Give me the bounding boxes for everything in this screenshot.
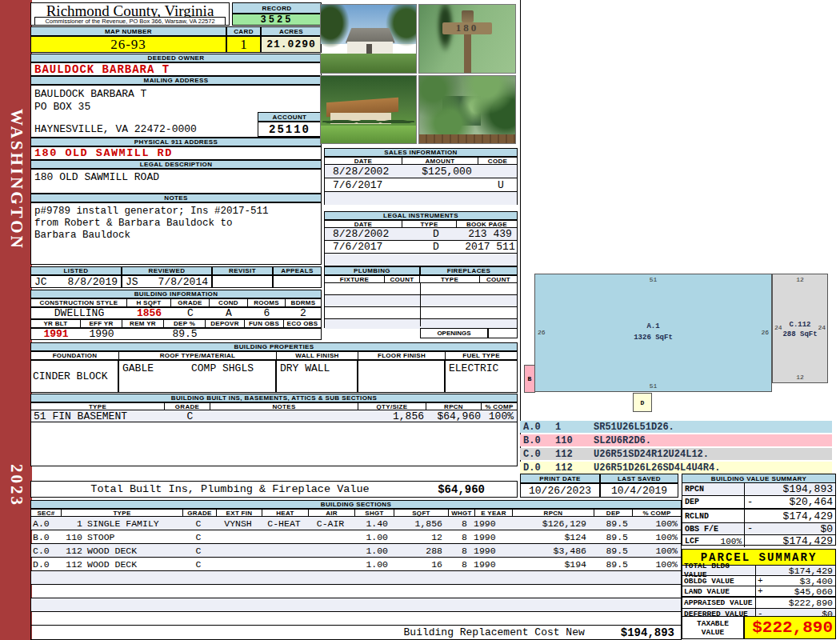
replacement-cost-label: Building Replacement Cost New: [404, 626, 585, 638]
sketch-small-deck-section: D: [633, 393, 652, 412]
sketch-dim-main-top: 51: [535, 276, 771, 283]
county-title-box: Richmond County, Virginia Commissioner o…: [30, 2, 230, 26]
bs-comp: 100%: [631, 559, 681, 570]
building-sections-table: A.0 1 SINGLE FAMILY C VYNSH C-HEAT C-AIR…: [30, 517, 682, 640]
bvs-value: $194,893: [758, 483, 835, 495]
reviewed-by: JS: [126, 276, 138, 288]
building-section-row-empty: [31, 612, 681, 626]
building-info-values-2: 1991 1990 89.5: [30, 328, 322, 340]
sketch-code-sec: D.0: [520, 462, 555, 474]
bs-h-type: TYPE: [62, 510, 183, 516]
reviewed-date: 7/8/2014: [158, 276, 208, 288]
parcel-row: LAND VALUE + $45,060: [682, 586, 835, 597]
sketch-code-row: C.0 112 U26R51SD24R12U24L12.: [520, 448, 832, 460]
photo-tree: [320, 4, 350, 48]
last-saved-label: LAST SAVED: [600, 474, 678, 483]
bs-sec: B.0: [31, 532, 62, 542]
built-ins-total-label: Total Built Ins, Plumbing & Fireplace Va…: [31, 483, 397, 495]
legal-instrument-row: 8/28/2002 D 213 439: [325, 228, 517, 241]
building-info-values-1: DWELLING 1856 C A 6 2: [30, 307, 322, 319]
parcel-label: LAND VALUE: [682, 586, 756, 596]
sidebar-county-label: WASHINGTON: [6, 109, 26, 250]
built-ins-total-row: Total Built Ins, Plumbing & Fireplace Va…: [30, 481, 518, 498]
plumbing-row: [325, 283, 517, 295]
building-section-row-empty: [31, 571, 681, 585]
openings-label: OPENINGS: [420, 328, 488, 338]
bs-whgt: 8: [447, 518, 474, 529]
plumbing-count-label: COUNT: [385, 276, 420, 282]
legal-instrument-row: [325, 254, 517, 266]
sales-amount-label: AMOUNT: [402, 158, 478, 164]
yrblt-value: 1991: [31, 328, 81, 340]
building-value-summary-title: BUILDING VALUE SUMMARY: [682, 474, 836, 483]
map-number-value: 26-93: [30, 36, 226, 53]
parcel-row: TOTAL BLDG VALUE $174,429: [682, 566, 835, 576]
notes-label: NOTES: [30, 194, 322, 202]
appeals-label: APPEALS: [273, 266, 322, 275]
sketch-stoop-section: B: [524, 365, 535, 393]
sketch-code-path: U26R51SD24R12U24L12.: [594, 449, 709, 460]
mailing-address-label: MAILING ADDRESS: [30, 76, 322, 85]
county-subtitle: Commissioner of the Revenue, PO Box 366,…: [34, 17, 226, 26]
construction-style-label: CONSTRUCTION STYLE: [31, 299, 127, 306]
built-ins-notes-label: NOTES: [210, 403, 358, 410]
sketch-code-num: 110: [555, 435, 594, 446]
plumbing-fireplace-rows: [324, 283, 518, 328]
sales-headers: DATE AMOUNT CODE: [324, 157, 518, 165]
revisit-label: REVISIT: [212, 266, 273, 275]
acres-value: 21.0290: [261, 36, 322, 53]
plumbing-row: [325, 295, 517, 307]
effyr-value: 1990: [81, 328, 122, 340]
building-info-headers-1: CONSTRUCTION STYLE H SQFT GRADE COND ROO…: [30, 298, 322, 307]
listed-label: LISTED: [30, 266, 122, 275]
ecoobs-label: ECO OBS: [284, 320, 321, 327]
reviewed-value: JS 7/8/2014: [122, 275, 212, 288]
bvs-row: DEP - $20,464: [682, 496, 835, 509]
reviewed-label: REVIEWED: [122, 266, 212, 275]
bs-eyear: 1990: [474, 532, 511, 542]
plumbing-title: PLUMBING: [324, 266, 420, 275]
building-value-summary-table: RPCN $194,893 DEP - $20,464 RCLND $174,4…: [682, 483, 836, 546]
sketch-code-path: SL2U6R2D6.: [594, 435, 651, 446]
floor-finish-cell: [358, 360, 445, 393]
built-ins-title: BUILDING BUILT INS, BASEMENTS, ATTICS & …: [30, 394, 518, 402]
mailing-line-3: HAYNESVILLE, VA 22472-0000: [34, 123, 197, 135]
sketch-code-num: 112: [555, 462, 594, 474]
record-label: RECORD: [232, 2, 322, 14]
bs-h-whgt: WHGT: [449, 510, 475, 516]
physical-address-value: 180 OLD SAWMILL RD: [30, 146, 322, 160]
bs-grade: C: [182, 518, 215, 529]
sales-row-amount: $125,000: [409, 166, 485, 178]
bs-sec: A.0: [31, 518, 62, 529]
li-bookpage-label: BOOK PAGE: [457, 221, 517, 227]
bvs-label: OBS F/E: [682, 523, 745, 534]
account-label: ACCOUNT: [258, 112, 322, 122]
parcel-label: TOTAL BLDG VALUE: [682, 566, 756, 575]
photo-lawn: [321, 126, 416, 143]
bs-eyear: 1990: [474, 518, 511, 529]
built-ins-comp-label: % COMP: [482, 403, 517, 410]
bs-h-sqft: SQFT: [394, 510, 449, 516]
photo-bushes: [322, 116, 414, 126]
openings-value: [488, 328, 518, 338]
floor-finish-label: FLOOR FINISH: [358, 352, 446, 359]
notes-line-1: p#9789 install generator; Ins #2017-511: [34, 206, 318, 218]
sidebar-year-label: 2023: [6, 464, 26, 507]
sales-row: [325, 192, 517, 205]
bs-whgt: 8: [447, 559, 474, 570]
building-section-row-empty: [31, 585, 681, 598]
building-sections-headers: SEC# TYPE GRADE EXT FIN HEAT AIR SHGT SQ…: [30, 509, 682, 517]
bvs-row: OBS F/E - $0: [682, 523, 835, 535]
sketch-dim-main-bottom: 51: [535, 382, 771, 390]
sketch-dim-deck-bottom: 12: [773, 374, 827, 381]
built-ins-total-value: $64,960: [397, 483, 517, 496]
built-ins-empty-area: [30, 422, 518, 466]
parcel-sign: +: [756, 576, 767, 586]
sketch-dim-deck-top: 12: [773, 276, 827, 283]
bs-heat: C-HEAT: [261, 518, 307, 529]
bs-code: 1: [62, 518, 82, 529]
photo-foliage: [418, 75, 516, 144]
print-date-value: 10/26/2023: [520, 483, 600, 498]
cond-label: COND: [210, 299, 248, 306]
bs-sec: C.0: [31, 546, 62, 556]
